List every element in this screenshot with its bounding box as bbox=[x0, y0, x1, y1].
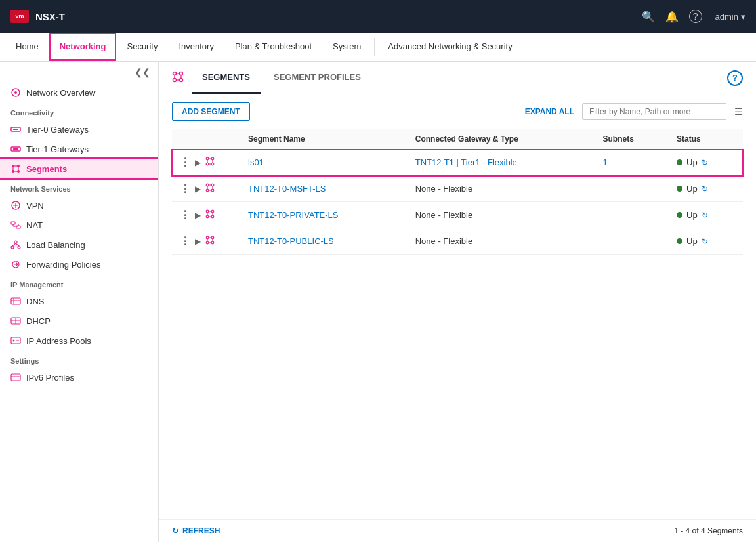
nav-security[interactable]: Security bbox=[116, 33, 168, 61]
table-row: ⋮ ▶ bbox=[172, 202, 743, 228]
status-text: Up bbox=[686, 210, 698, 220]
sidebar-item-tier1[interactable]: Tier-1 Gateways bbox=[0, 139, 158, 159]
sidebar-section-ip-management: IP Management bbox=[0, 274, 158, 291]
status-refresh-icon[interactable]: ↻ bbox=[702, 184, 708, 194]
row-menu-button[interactable]: ⋮ bbox=[180, 156, 191, 169]
svg-point-40 bbox=[180, 78, 183, 81]
status-cell: Up ↻ bbox=[677, 210, 735, 220]
sidebar-item-label: Tier-1 Gateways bbox=[26, 144, 89, 154]
nav-advanced[interactable]: Advanced Networking & Security bbox=[377, 33, 522, 61]
row-expand-button[interactable]: ▶ bbox=[195, 184, 201, 194]
row-expand-button[interactable]: ▶ bbox=[195, 158, 201, 167]
sidebar-item-tier0[interactable]: Tier-0 Gateways bbox=[0, 119, 158, 139]
vm-icon: vm bbox=[10, 10, 29, 23]
svg-point-54 bbox=[211, 184, 214, 186]
ip-address-pools-icon bbox=[10, 335, 21, 346]
nav-networking[interactable]: Networking bbox=[49, 33, 117, 61]
sidebar-item-vpn[interactable]: VPN bbox=[0, 196, 158, 215]
sidebar-item-dns[interactable]: DNS bbox=[0, 291, 158, 311]
sidebar-item-load-balancing[interactable]: Load Balancing bbox=[0, 235, 158, 255]
nav-plan-troubleshoot[interactable]: Plan & Troubleshoot bbox=[224, 33, 322, 61]
help-icon[interactable]: ? bbox=[689, 10, 702, 23]
load-balancing-icon bbox=[10, 240, 21, 250]
tier1-icon bbox=[10, 144, 21, 154]
sidebar-item-ip-address-pools[interactable]: IP Address Pools bbox=[0, 331, 158, 350]
table-row: ⋮ ▶ bbox=[172, 228, 743, 255]
table-footer: ↻ REFRESH 1 - 4 of 4 Segments bbox=[159, 519, 756, 542]
help-button[interactable]: ? bbox=[727, 70, 743, 86]
app-logo: vm NSX-T bbox=[10, 10, 65, 23]
row-menu-button[interactable]: ⋮ bbox=[180, 235, 191, 247]
sidebar-item-nat[interactable]: NAT bbox=[0, 215, 158, 235]
gateway-text: None - Flexible bbox=[415, 184, 472, 194]
row-actions: ⋮ ▶ bbox=[180, 209, 232, 221]
topbar-icons: 🔍 🔔 ? bbox=[642, 10, 702, 23]
collapse-button[interactable]: ❮❮ bbox=[135, 67, 150, 77]
segment-name-link[interactable]: TNT12-T0-PRIVATE-LS bbox=[248, 210, 338, 220]
refresh-label: REFRESH bbox=[182, 526, 220, 535]
sidebar: ❮❮ Network Overview Connectivity Tier-0 … bbox=[0, 62, 159, 542]
filter-icon: ☰ bbox=[734, 106, 743, 117]
svg-point-61 bbox=[206, 210, 209, 213]
row-expand-button[interactable]: ▶ bbox=[195, 211, 201, 220]
svg-point-38 bbox=[180, 72, 183, 75]
sidebar-item-label: NAT bbox=[26, 220, 43, 230]
nav-inventory[interactable]: Inventory bbox=[168, 33, 224, 61]
row-menu-button[interactable]: ⋮ bbox=[180, 209, 191, 221]
network-overview-icon bbox=[10, 87, 21, 98]
segments-tab-icon bbox=[172, 71, 184, 85]
nav-home[interactable]: Home bbox=[5, 33, 49, 61]
gateway-link[interactable]: TNT12-T1 | Tier1 - Flexible bbox=[415, 157, 517, 167]
tab-segments[interactable]: SEGMENTS bbox=[192, 62, 261, 94]
status-refresh-icon[interactable]: ↻ bbox=[702, 158, 708, 167]
svg-point-70 bbox=[211, 236, 214, 239]
row-actions: ⋮ ▶ bbox=[180, 156, 232, 169]
sidebar-item-forwarding-policies[interactable]: Forwarding Policies bbox=[0, 255, 158, 274]
add-segment-button[interactable]: ADD SEGMENT bbox=[172, 102, 250, 121]
expand-all-button[interactable]: EXPAND ALL bbox=[525, 107, 574, 116]
tab-segment-profiles[interactable]: SEGMENT PROFILES bbox=[263, 62, 371, 94]
svg-point-22 bbox=[18, 246, 20, 249]
table-header-row: Segment Name Connected Gateway & Type Su… bbox=[172, 129, 743, 150]
sidebar-item-label: VPN bbox=[26, 201, 44, 211]
dhcp-icon bbox=[10, 316, 21, 326]
nav-system[interactable]: System bbox=[322, 33, 371, 61]
sidebar-item-ipv6-profiles[interactable]: IPv6 Profiles bbox=[0, 367, 158, 387]
svg-rect-3 bbox=[13, 129, 18, 130]
svg-point-72 bbox=[211, 241, 214, 244]
bell-icon[interactable]: 🔔 bbox=[665, 10, 679, 23]
status-refresh-icon[interactable]: ↻ bbox=[702, 237, 708, 246]
row-actions: ⋮ ▶ bbox=[180, 182, 232, 195]
segment-name-link[interactable]: TNT12-T0-PUBLIC-LS bbox=[248, 236, 334, 246]
col-status: Status bbox=[669, 129, 743, 150]
sidebar-section-connectivity: Connectivity bbox=[0, 102, 158, 119]
table-row: ⋮ ▶ bbox=[172, 150, 743, 176]
status-refresh-icon[interactable]: ↻ bbox=[702, 211, 708, 220]
col-connected-gateway: Connected Gateway & Type bbox=[408, 129, 595, 150]
segment-name-link[interactable]: ls01 bbox=[248, 157, 264, 167]
segment-name-link[interactable]: TNT12-T0-MSFT-LS bbox=[248, 184, 326, 194]
refresh-button[interactable]: ↻ REFRESH bbox=[172, 526, 220, 535]
row-menu-button[interactable]: ⋮ bbox=[180, 182, 191, 195]
sidebar-item-label: Forwarding Policies bbox=[26, 260, 100, 270]
vpn-icon bbox=[10, 200, 21, 211]
sidebar-collapse: ❮❮ bbox=[0, 62, 158, 83]
filter-input[interactable] bbox=[582, 103, 726, 120]
sidebar-item-network-overview[interactable]: Network Overview bbox=[0, 83, 158, 102]
sidebar-item-dhcp[interactable]: DHCP bbox=[0, 311, 158, 331]
col-actions bbox=[172, 129, 240, 150]
content-area: SEGMENTS SEGMENT PROFILES ? ADD SEGMENT … bbox=[159, 62, 756, 542]
search-icon[interactable]: 🔍 bbox=[642, 10, 655, 23]
row-expand-button[interactable]: ▶ bbox=[195, 237, 201, 246]
sidebar-item-segments[interactable]: Segments bbox=[0, 159, 158, 178]
svg-line-24 bbox=[16, 243, 19, 246]
navbar: Home Networking Security Inventory Plan … bbox=[0, 33, 756, 62]
subnet-count[interactable]: 1 bbox=[602, 157, 607, 167]
tier0-icon bbox=[10, 124, 21, 135]
tab-bar: SEGMENTS SEGMENT PROFILES ? bbox=[159, 62, 756, 94]
svg-point-33 bbox=[13, 340, 15, 342]
svg-rect-15 bbox=[11, 222, 15, 224]
status-cell: Up ↻ bbox=[677, 157, 735, 167]
user-menu[interactable]: admin ▾ bbox=[715, 12, 746, 22]
username: admin bbox=[715, 12, 738, 22]
